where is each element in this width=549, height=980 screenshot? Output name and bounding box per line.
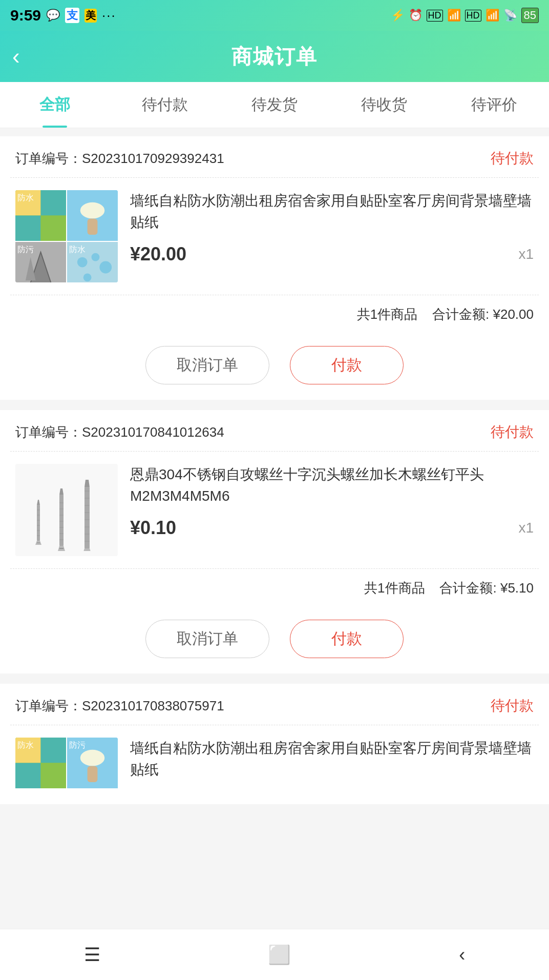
hd-label: HD — [427, 10, 443, 22]
order-card-3: 订单编号：S202310170838075971 待付款 防水 — [0, 684, 549, 804]
signal2-icon: 📶 — [485, 9, 499, 22]
order-status-1: 待付款 — [491, 149, 534, 168]
order-number-1: 订单编号：S202310170929392431 — [15, 150, 224, 168]
svg-marker-35 — [59, 488, 64, 495]
alarm-icon: ⏰ — [409, 9, 423, 22]
svg-rect-55 — [88, 766, 98, 782]
svg-point-54 — [80, 750, 105, 766]
wechat-icon: 💬 — [46, 9, 60, 22]
product-info-1: 墙纸自粘防水防潮出租房宿舍家用自贴卧室客厅房间背景墙壁墙贴纸 ¥20.00 x1 — [130, 190, 534, 265]
product-row-1: 防水 防污 — [0, 178, 549, 295]
svg-point-12 — [77, 257, 88, 268]
action-buttons-2: 取消订单 付款 — [0, 609, 549, 673]
svg-marker-46 — [85, 480, 90, 487]
img-cell-br: 防水 — [67, 242, 118, 282]
status-right: ⚡ ⏰ HD 📶 HD 📶 📡 85 — [391, 8, 539, 23]
wifi-icon: 📡 — [503, 9, 517, 22]
product-price-row-1: ¥20.00 x1 — [130, 243, 534, 265]
bottom-nav: ☰ ⬜ ‹ — [0, 929, 549, 980]
back-button[interactable]: ‹ — [12, 44, 20, 69]
svg-text:防水: 防水 — [17, 741, 34, 749]
order-header-1: 订单编号：S202310170929392431 待付款 — [0, 136, 549, 177]
status-left: 9:59 💬 支 美 ··· — [10, 7, 116, 24]
action-buttons-1: 取消订单 付款 — [0, 336, 549, 400]
product-price-row-2: ¥0.10 x1 — [130, 517, 534, 539]
svg-rect-4 — [41, 216, 67, 241]
order-number-3: 订单编号：S202310170838075971 — [15, 697, 224, 715]
alipay-icon: 支 — [65, 8, 79, 23]
svg-point-13 — [92, 253, 100, 261]
svg-marker-25 — [37, 500, 40, 505]
nav-home-button[interactable]: ⬜ — [268, 944, 291, 966]
pay-button-2[interactable]: 付款 — [290, 620, 404, 658]
product-name-2: 恩鼎304不锈钢自攻螺丝十字沉头螺丝加长木螺丝钉平头M2M3M4M5M6 — [130, 464, 534, 507]
svg-rect-2 — [41, 190, 67, 216]
svg-text:防水: 防水 — [69, 245, 86, 254]
svg-rect-50 — [15, 763, 41, 789]
hd-label2: HD — [465, 10, 481, 22]
status-bar: 9:59 💬 支 美 ··· ⚡ ⏰ HD 📶 HD 📶 📡 85 — [0, 0, 549, 31]
header: ‹ 商城订单 — [0, 31, 549, 82]
order-summary-row-2: 共1件商品 合计金额: ¥5.10 — [0, 569, 549, 609]
svg-point-7 — [80, 202, 105, 219]
svg-rect-36 — [85, 487, 90, 548]
product-name-3: 墙纸自粘防水防潮出租房宿舍家用自贴卧室客厅房间背景墙壁墙贴纸 — [130, 738, 534, 781]
more-dots-icon: ··· — [102, 8, 116, 24]
order-header-3: 订单编号：S202310170838075971 待付款 — [0, 684, 549, 725]
product-info-3: 墙纸自粘防水防潮出租房宿舍家用自贴卧室客厅房间背景墙壁墙贴纸 — [130, 738, 534, 791]
order-list: 订单编号：S202310170929392431 待付款 防水 — [0, 128, 549, 823]
order-summary-1: 共1件商品 合计金额: ¥20.00 — [15, 305, 534, 323]
svg-point-14 — [99, 261, 112, 274]
img-cell-3-tl: 防水 — [15, 738, 66, 788]
tab-pending-payment[interactable]: 待付款 — [110, 82, 219, 128]
order-card-2: 订单编号：S202310170841012634 待付款 — [0, 410, 549, 673]
img-cell-tr — [67, 190, 118, 241]
img-cell-3-tr: 防污 — [67, 738, 118, 788]
status-time: 9:59 — [10, 7, 41, 24]
product-price-2: ¥0.10 — [130, 517, 176, 539]
product-row-3: 防水 防污 墙纸自粘防水防潮出租房宿舍家用自贴卧室客厅房间背景墙壁墙贴纸 — [0, 725, 549, 804]
meituan-icon: 美 — [85, 9, 97, 23]
tab-pending-shipment[interactable]: 待发货 — [220, 82, 329, 128]
battery-icon: 85 — [521, 8, 539, 23]
svg-rect-51 — [41, 763, 67, 789]
svg-rect-17 — [37, 505, 40, 541]
product-price-1: ¥20.00 — [130, 243, 186, 265]
img-cell-bl: 防污 — [15, 242, 66, 282]
svg-rect-26 — [59, 495, 64, 546]
product-name-1: 墙纸自粘防水防潮出租房宿舍家用自贴卧室客厅房间背景墙壁墙贴纸 — [130, 190, 534, 233]
order-summary-2: 共1件商品 合计金额: ¥5.10 — [15, 579, 534, 597]
pay-button-1[interactable]: 付款 — [290, 346, 404, 384]
order-summary-row-1: 共1件商品 合计金额: ¥20.00 — [0, 295, 549, 336]
svg-point-15 — [83, 273, 92, 281]
product-image-2 — [15, 464, 118, 556]
svg-text:防污: 防污 — [17, 245, 34, 254]
order-header-2: 订单编号：S202310170841012634 待付款 — [0, 410, 549, 451]
order-number-2: 订单编号：S202310170841012634 — [15, 423, 224, 441]
img-cell-tl: 防水 — [15, 190, 66, 241]
tab-all[interactable]: 全部 — [0, 82, 110, 128]
nav-menu-button[interactable]: ☰ — [84, 944, 100, 966]
cancel-order-button-1[interactable]: 取消订单 — [145, 346, 269, 384]
svg-rect-49 — [41, 738, 67, 763]
svg-rect-3 — [15, 216, 41, 241]
product-qty-1: x1 — [518, 246, 534, 262]
product-qty-2: x1 — [518, 520, 534, 536]
product-image-1: 防水 防污 — [15, 190, 118, 282]
svg-rect-8 — [88, 218, 98, 235]
page-title: 商城订单 — [231, 43, 318, 71]
product-image-3: 防水 防污 — [15, 738, 118, 804]
product-row-2: 恩鼎304不锈钢自攻螺丝十字沉头螺丝加长木螺丝钉平头M2M3M4M5M6 ¥0.… — [0, 452, 549, 568]
order-status-2: 待付款 — [491, 422, 534, 442]
cancel-order-button-2[interactable]: 取消订单 — [145, 620, 269, 658]
order-status-3: 待付款 — [491, 696, 534, 716]
order-card-1: 订单编号：S202310170929392431 待付款 防水 — [0, 136, 549, 400]
tab-bar: 全部 待付款 待发货 待收货 待评价 — [0, 82, 549, 128]
bluetooth-icon: ⚡ — [391, 9, 405, 22]
product-info-2: 恩鼎304不锈钢自攻螺丝十字沉头螺丝加长木螺丝钉平头M2M3M4M5M6 ¥0.… — [130, 464, 534, 539]
nav-back-button[interactable]: ‹ — [459, 944, 465, 966]
svg-text:防污: 防污 — [69, 741, 86, 749]
svg-text:防水: 防水 — [17, 193, 34, 202]
tab-pending-review[interactable]: 待评价 — [439, 82, 549, 128]
tab-pending-receipt[interactable]: 待收货 — [329, 82, 439, 128]
